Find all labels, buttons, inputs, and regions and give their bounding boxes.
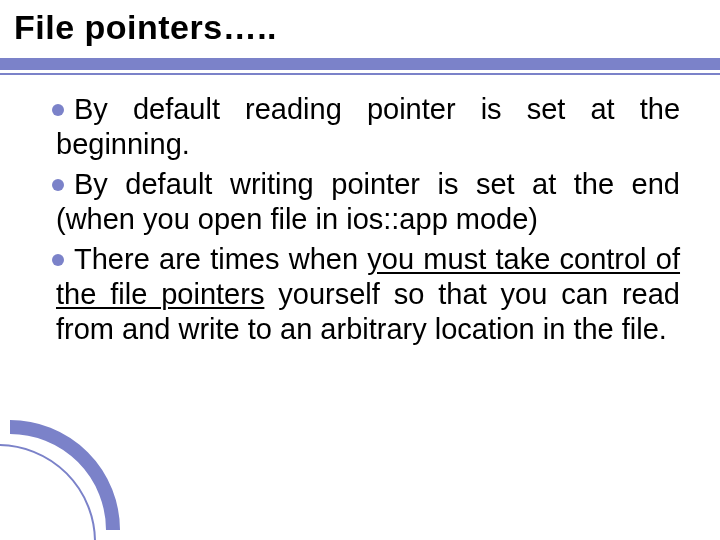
bullet-text-prefix: By default <box>74 168 230 200</box>
bullet-text-emph: writing pointer <box>230 168 420 200</box>
corner-arc-thick-icon <box>0 420 120 540</box>
bullet-text-emph: reading pointer <box>245 93 456 125</box>
corner-arc-thin-icon <box>0 444 96 540</box>
bullet-item: There are times when you must take contr… <box>56 242 680 348</box>
bullet-icon <box>52 179 64 191</box>
title-rule-thin <box>0 73 720 75</box>
slide-title: File pointers….. <box>14 8 720 47</box>
bullet-text-prefix: By default <box>74 93 245 125</box>
title-block: File pointers….. <box>0 0 720 47</box>
bullet-icon <box>52 104 64 116</box>
slide-body: By default reading pointer is set at the… <box>56 92 680 352</box>
corner-decoration <box>10 460 100 530</box>
bullet-text-prefix: There are times when <box>74 243 367 275</box>
bullet-item: By default writing pointer is set at the… <box>56 167 680 238</box>
bullet-icon <box>52 254 64 266</box>
bullet-item: By default reading pointer is set at the… <box>56 92 680 163</box>
title-rule-thick <box>0 58 720 70</box>
slide: File pointers….. By default reading poin… <box>0 0 720 540</box>
